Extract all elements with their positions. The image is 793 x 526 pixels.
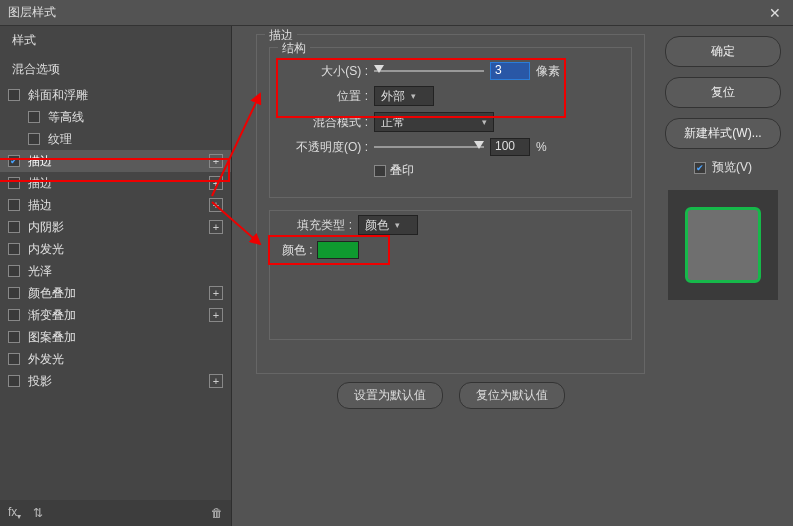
checkbox-icon[interactable] [28, 133, 40, 145]
chevron-down-icon: ▾ [395, 220, 400, 230]
filltype-label: 填充类型 : [282, 217, 352, 234]
style-label: 等高线 [48, 109, 84, 126]
overprint-label: 叠印 [390, 162, 414, 179]
cancel-button[interactable]: 复位 [665, 77, 781, 108]
size-slider[interactable] [374, 64, 484, 78]
checkbox-icon[interactable] [28, 111, 40, 123]
blend-value: 正常 [381, 114, 405, 131]
style-item-stroke-3[interactable]: 描边 + [0, 194, 231, 216]
style-item-color-overlay[interactable]: 颜色叠加 + [0, 282, 231, 304]
structure-group: 结构 大小(S) : 3 像素 位置 : 外部 ▾ [269, 47, 632, 198]
add-effect-icon[interactable]: + [209, 308, 223, 322]
close-icon[interactable]: ✕ [765, 5, 785, 21]
preview-checkbox[interactable] [694, 162, 706, 174]
title-bar: 图层样式 ✕ [0, 0, 793, 26]
overprint-row: 叠印 [282, 162, 619, 179]
style-list: 样式 混合选项 斜面和浮雕 等高线 纹理 描边 + 描边 [0, 26, 231, 500]
style-item-inner-glow[interactable]: 内发光 [0, 238, 231, 260]
style-label: 图案叠加 [28, 329, 76, 346]
style-label: 渐变叠加 [28, 307, 76, 324]
sidebar-header-blend[interactable]: 混合选项 [0, 55, 231, 84]
position-select[interactable]: 外部 ▾ [374, 86, 434, 106]
style-label: 光泽 [28, 263, 52, 280]
overprint-checkbox[interactable] [374, 165, 386, 177]
blend-label: 混合模式 : [282, 114, 368, 131]
stroke-group: 描边 结构 大小(S) : 3 像素 位置 : 外部 ▾ [256, 34, 645, 374]
checkbox-icon[interactable] [8, 265, 20, 277]
reorder-icon[interactable]: ⇅ [33, 506, 43, 520]
style-item-contour[interactable]: 等高线 [0, 106, 231, 128]
checkbox-icon[interactable] [8, 177, 20, 189]
blend-select[interactable]: 正常 ▾ [374, 112, 494, 132]
reset-default-button[interactable]: 复位为默认值 [459, 382, 565, 409]
checkbox-icon[interactable] [8, 221, 20, 233]
color-row: 颜色 : [282, 241, 619, 259]
blend-row: 混合模式 : 正常 ▾ [282, 112, 619, 132]
checkbox-icon[interactable] [8, 243, 20, 255]
opacity-unit: % [536, 140, 547, 154]
style-label: 斜面和浮雕 [28, 87, 88, 104]
preview-box [668, 190, 778, 300]
trash-icon[interactable]: 🗑 [211, 506, 223, 520]
style-label: 纹理 [48, 131, 72, 148]
add-effect-icon[interactable]: + [209, 286, 223, 300]
checkbox-icon[interactable] [8, 155, 20, 167]
color-swatch[interactable] [317, 241, 359, 259]
sidebar-footer: fx▾ ⇅ 🗑 [0, 500, 231, 526]
filltype-select[interactable]: 颜色 ▾ [358, 215, 418, 235]
new-style-button[interactable]: 新建样式(W)... [665, 118, 781, 149]
add-effect-icon[interactable]: + [209, 176, 223, 190]
position-value: 外部 [381, 88, 405, 105]
checkbox-icon[interactable] [8, 287, 20, 299]
style-item-stroke-1[interactable]: 描边 + [0, 150, 231, 172]
checkbox-icon[interactable] [8, 375, 20, 387]
chevron-down-icon: ▾ [411, 91, 416, 101]
style-label: 颜色叠加 [28, 285, 76, 302]
style-item-pattern-overlay[interactable]: 图案叠加 [0, 326, 231, 348]
style-label: 内阴影 [28, 219, 64, 236]
opacity-slider[interactable] [374, 140, 484, 154]
add-effect-icon[interactable]: + [209, 154, 223, 168]
add-effect-icon[interactable]: + [209, 374, 223, 388]
color-label: 颜色 : [282, 242, 313, 259]
chevron-down-icon: ▾ [482, 117, 487, 127]
structure-legend: 结构 [278, 40, 310, 57]
default-buttons: 设置为默认值 复位为默认值 [256, 382, 645, 409]
style-item-outer-glow[interactable]: 外发光 [0, 348, 231, 370]
add-effect-icon[interactable]: + [209, 220, 223, 234]
main-area: 样式 混合选项 斜面和浮雕 等高线 纹理 描边 + 描边 [0, 26, 793, 526]
add-effect-icon[interactable]: + [209, 198, 223, 212]
style-label: 外发光 [28, 351, 64, 368]
style-item-satin[interactable]: 光泽 [0, 260, 231, 282]
size-row: 大小(S) : 3 像素 [282, 62, 619, 80]
style-item-drop-shadow[interactable]: 投影 + [0, 370, 231, 392]
opacity-input[interactable]: 100 [490, 138, 530, 156]
checkbox-icon[interactable] [8, 353, 20, 365]
set-default-button[interactable]: 设置为默认值 [337, 382, 443, 409]
sidebar-header-styles[interactable]: 样式 [0, 26, 231, 55]
style-label: 描边 [28, 153, 52, 170]
position-row: 位置 : 外部 ▾ [282, 86, 619, 106]
styles-sidebar: 样式 混合选项 斜面和浮雕 等高线 纹理 描边 + 描边 [0, 26, 232, 526]
checkbox-icon[interactable] [8, 199, 20, 211]
opacity-row: 不透明度(O) : 100 % [282, 138, 619, 156]
style-label: 内发光 [28, 241, 64, 258]
size-input[interactable]: 3 [490, 62, 530, 80]
position-label: 位置 : [282, 88, 368, 105]
filltype-value: 颜色 [365, 217, 389, 234]
style-item-stroke-2[interactable]: 描边 + [0, 172, 231, 194]
style-item-inner-shadow[interactable]: 内阴影 + [0, 216, 231, 238]
preview-toggle[interactable]: 预览(V) [665, 159, 781, 176]
preview-swatch [685, 207, 761, 283]
style-item-gradient-overlay[interactable]: 渐变叠加 + [0, 304, 231, 326]
fx-icon[interactable]: fx▾ [8, 505, 21, 521]
style-item-texture[interactable]: 纹理 [0, 128, 231, 150]
ok-button[interactable]: 确定 [665, 36, 781, 67]
filltype-row: 填充类型 : 颜色 ▾ [282, 215, 619, 235]
checkbox-icon[interactable] [8, 331, 20, 343]
opacity-label: 不透明度(O) : [282, 139, 368, 156]
style-item-bevel[interactable]: 斜面和浮雕 [0, 84, 231, 106]
checkbox-icon[interactable] [8, 309, 20, 321]
checkbox-icon[interactable] [8, 89, 20, 101]
options-panel: 描边 结构 大小(S) : 3 像素 位置 : 外部 ▾ [232, 26, 653, 526]
